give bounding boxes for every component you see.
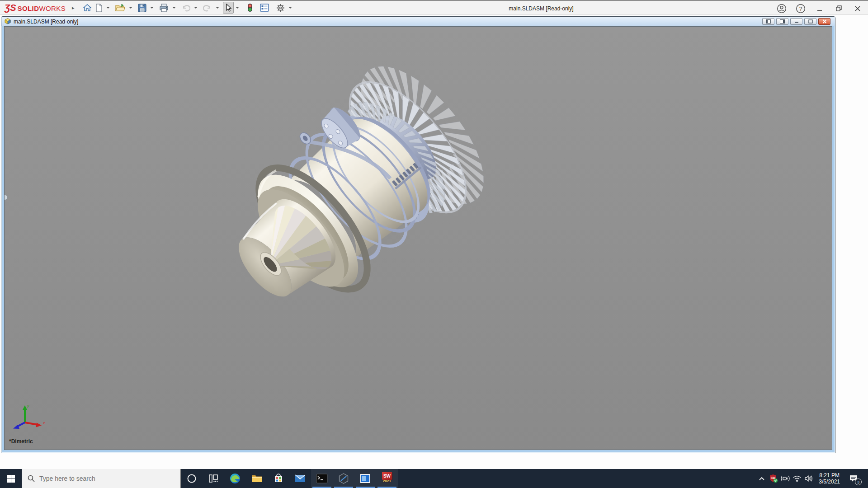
triad-y-axis — [23, 405, 27, 410]
property-form-icon — [260, 4, 269, 12]
help-button[interactable]: ? — [795, 3, 807, 14]
clock-time: 8:21 PM — [819, 472, 840, 479]
new-document-dropdown[interactable] — [106, 7, 110, 9]
search-icon — [28, 475, 35, 482]
window-app-icon — [359, 473, 371, 484]
pane-left-icon — [766, 19, 771, 23]
windows-taskbar: SW 2021 SW — [0, 469, 868, 488]
home-button[interactable] — [81, 2, 94, 14]
taskbar-app-hex[interactable] — [333, 469, 354, 488]
doc-pane-right-button[interactable] — [776, 18, 788, 25]
taskbar-app-window[interactable] — [354, 469, 376, 488]
help-icon: ? — [796, 4, 806, 14]
close-icon — [854, 5, 861, 12]
action-center-button[interactable]: 3 — [844, 469, 863, 488]
gear-icon — [276, 4, 285, 12]
quick-access-toolbar — [81, 1, 296, 14]
wifi-icon — [793, 475, 802, 482]
triad-y-label: y — [27, 404, 29, 408]
solidworks-year-label: 2021 — [383, 479, 391, 483]
meet-now-camera-icon — [781, 475, 790, 482]
assembly-icon — [4, 18, 11, 25]
taskbar-file-explorer[interactable] — [246, 469, 268, 488]
toolbar-flyout-arrow[interactable]: ▸ — [72, 5, 75, 11]
select-dropdown[interactable] — [236, 7, 239, 9]
save-button[interactable] — [136, 2, 148, 14]
start-button[interactable] — [0, 469, 22, 488]
taskbar-solidworks[interactable]: SW 2021 — [376, 469, 398, 488]
options-button[interactable] — [274, 2, 287, 14]
tray-solidworks-monitor[interactable]: SW — [768, 469, 779, 488]
tray-wifi[interactable] — [792, 469, 802, 488]
redo-dropdown[interactable] — [216, 7, 219, 9]
solidworks-logo: ƷS SOLID WORKS — [0, 3, 68, 13]
save-icon — [138, 4, 146, 12]
minimize-icon — [816, 5, 823, 12]
doc-minimize-button[interactable] — [790, 18, 802, 25]
taskbar-task-view[interactable] — [203, 469, 224, 488]
doc-pane-left-button[interactable] — [762, 18, 774, 25]
desktop: ƷS SOLID WORKS ▸ — [0, 0, 868, 488]
print-dropdown[interactable] — [172, 7, 176, 9]
select-button[interactable] — [223, 2, 234, 14]
document-window-controls — [762, 18, 832, 25]
doc-restore-button[interactable] — [804, 18, 816, 25]
taskbar-edge[interactable] — [224, 469, 246, 488]
redo-button[interactable] — [201, 2, 214, 14]
account-button[interactable] — [776, 3, 788, 14]
doc-close-button[interactable] — [818, 18, 830, 25]
open-button[interactable] — [113, 2, 127, 14]
open-dropdown[interactable] — [129, 7, 132, 9]
speaker-icon — [804, 475, 813, 482]
task-view-icon — [208, 474, 218, 483]
restore-button[interactable] — [833, 3, 844, 14]
display-states-button[interactable] — [245, 2, 255, 14]
restore-icon — [835, 5, 842, 12]
doc-close-icon — [822, 19, 827, 23]
close-button[interactable] — [852, 3, 863, 14]
triad-x-axis — [36, 423, 42, 427]
terminal-icon — [316, 474, 328, 483]
save-dropdown[interactable] — [150, 7, 154, 9]
doc-restore-icon — [808, 19, 813, 23]
undo-icon — [181, 4, 190, 12]
options-dropdown[interactable] — [288, 7, 292, 9]
document-title: main.SLDASM [Read-only] — [14, 19, 78, 25]
print-button[interactable] — [157, 2, 170, 14]
taskbar-cortana[interactable] — [181, 469, 203, 488]
tray-meet-now[interactable] — [780, 469, 791, 488]
undo-dropdown[interactable] — [194, 7, 198, 9]
taskbar-search[interactable] — [22, 469, 181, 488]
brand-works: WORKS — [39, 5, 66, 12]
traffic-light-icon — [247, 3, 253, 12]
store-icon — [273, 473, 284, 484]
taskbar-terminal[interactable] — [311, 469, 333, 488]
app-titlebar: ƷS SOLID WORKS ▸ — [0, 0, 868, 15]
sw-shield-icon: SW — [769, 474, 778, 483]
new-document-button[interactable] — [94, 2, 104, 14]
taskbar-store[interactable] — [268, 469, 289, 488]
taskbar-mail[interactable] — [289, 469, 311, 488]
select-cursor-icon — [225, 4, 232, 12]
undo-button[interactable] — [179, 2, 192, 14]
triad-x-label: x — [42, 421, 45, 425]
tray-volume[interactable] — [803, 469, 814, 488]
tray-expand-button[interactable] — [756, 469, 767, 488]
chevron-up-icon — [759, 476, 765, 481]
solidworks-logo-glyph: ƷS — [5, 3, 16, 13]
print-icon — [159, 4, 169, 12]
open-folder-icon — [115, 4, 125, 12]
document-titlebar[interactable]: main.SLDASM [Read-only] — [1, 17, 835, 26]
taskbar-clock[interactable]: 8:21 PM 3/5/2021 — [815, 472, 844, 485]
graphics-viewport[interactable]: y x *Dimetric — [4, 26, 832, 450]
cortana-icon — [187, 474, 197, 483]
window-controls: ? — [776, 1, 863, 16]
search-input[interactable] — [39, 475, 166, 482]
minimize-button[interactable] — [814, 3, 826, 14]
3d-model-jet-engine[interactable] — [5, 27, 832, 450]
property-manager-button[interactable] — [258, 2, 271, 14]
new-document-icon — [95, 4, 103, 12]
view-orientation-label: *Dimetric — [9, 438, 33, 445]
clock-date: 3/5/2021 — [819, 479, 840, 485]
hexagon-app-icon — [338, 473, 349, 484]
